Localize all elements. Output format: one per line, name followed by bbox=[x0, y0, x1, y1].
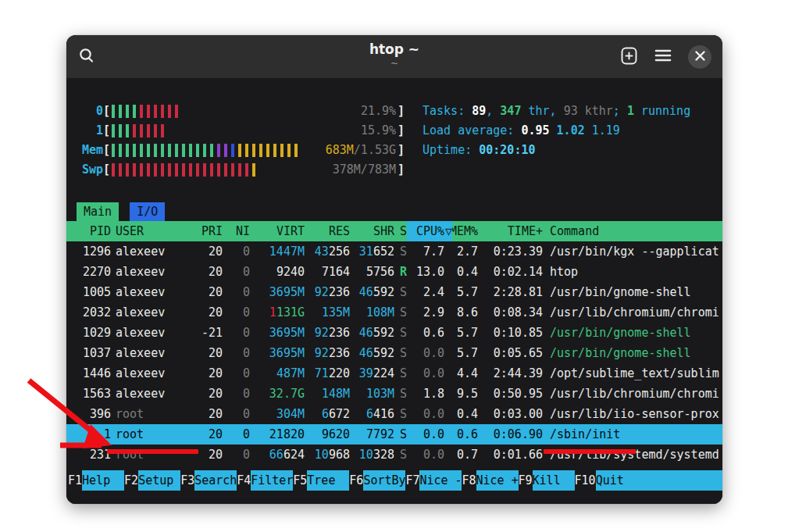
meter-bar bbox=[182, 163, 185, 177]
meter-bar bbox=[112, 163, 115, 177]
process-row[interactable]: 2270alexeev200924071645756R13.00.40:02.1… bbox=[66, 262, 722, 282]
cell-virt: 3695M bbox=[250, 282, 305, 302]
fn-nice-plus-key: F8 bbox=[462, 470, 476, 491]
cell-user: root bbox=[116, 445, 191, 465]
cell-res: 43256 bbox=[305, 241, 350, 262]
fn-kill[interactable]: F9Kill bbox=[519, 470, 575, 491]
meter-bar bbox=[126, 163, 129, 177]
column-header-time[interactable]: TIME+ bbox=[478, 221, 543, 241]
column-header-s[interactable]: S bbox=[394, 221, 407, 241]
process-row[interactable]: 1005alexeev2003695M9223646592S2.45.72:28… bbox=[66, 282, 722, 302]
fn-kill-label: Kill bbox=[533, 470, 575, 491]
cell-pid: 396 bbox=[77, 404, 111, 424]
close-button[interactable] bbox=[688, 45, 711, 69]
cell-pid: 1 bbox=[77, 424, 111, 445]
fn-search-key: F3 bbox=[180, 470, 194, 491]
process-row[interactable]: 396root200304M66726416S0.00.40:03.00/usr… bbox=[66, 404, 722, 424]
column-header-ni[interactable]: NI bbox=[223, 221, 250, 241]
cell-virt: 9240 bbox=[250, 262, 305, 282]
meter-bar bbox=[168, 144, 171, 157]
menu-button[interactable] bbox=[654, 48, 672, 65]
meter-open-bracket: [ bbox=[103, 143, 110, 157]
meter-memory-bars bbox=[112, 144, 298, 157]
process-row[interactable]: 1563alexeev20032.7G148M103MS1.89.50:50.9… bbox=[66, 384, 722, 404]
cell-time: 0:05.65 bbox=[478, 343, 543, 363]
column-header-cpu[interactable]: CPU%▽ bbox=[407, 221, 444, 241]
cell-cmd: /usr/lib/chromium/chromi bbox=[550, 302, 722, 323]
meter-close-bracket: ] bbox=[398, 162, 405, 177]
meter-bar bbox=[287, 144, 291, 157]
fn-search[interactable]: F3Search bbox=[180, 470, 237, 491]
cell-ni: 0 bbox=[223, 445, 250, 465]
process-row[interactable]: 1037alexeev2003695M9223646592S0.05.70:05… bbox=[66, 343, 722, 363]
fn-sortby-label: SortBy bbox=[363, 470, 405, 491]
column-header-user[interactable]: USER bbox=[116, 221, 191, 241]
cell-ni: 0 bbox=[223, 241, 250, 262]
meter-bar bbox=[154, 163, 157, 177]
cell-shr: 46592 bbox=[350, 323, 394, 343]
cell-cmd: /usr/bin/gnome-shell bbox=[550, 343, 722, 363]
cell-pri: 20 bbox=[191, 262, 223, 282]
meter-close-bracket: ] bbox=[398, 123, 405, 137]
tab-main[interactable]: Main bbox=[77, 202, 119, 221]
column-header-res[interactable]: RES bbox=[305, 221, 350, 241]
cell-res: 6672 bbox=[305, 404, 350, 424]
fn-nice-minus[interactable]: F7Nice - bbox=[405, 470, 462, 491]
fn-setup[interactable]: F2Setup bbox=[124, 470, 180, 491]
uptime-line: Uptime: 00:20:10 bbox=[423, 141, 690, 160]
cell-pri: 20 bbox=[191, 363, 223, 384]
cell-virt: 304M bbox=[250, 404, 305, 424]
new-tab-button[interactable] bbox=[620, 47, 638, 67]
column-header-cmd[interactable]: Command bbox=[550, 221, 722, 241]
cell-shr: 31652 bbox=[350, 241, 394, 262]
meter-bar bbox=[245, 163, 248, 177]
process-row[interactable]: 1029alexeev-2103695M9223646592S0.65.70:1… bbox=[66, 323, 722, 343]
meter-bar bbox=[224, 144, 227, 157]
process-row[interactable]: 1446alexeev200487M7122039224S0.04.42:44.… bbox=[66, 363, 722, 384]
column-header-shr[interactable]: SHR bbox=[350, 221, 394, 241]
meter-bar bbox=[175, 144, 178, 157]
new-tab-icon bbox=[620, 47, 638, 67]
fn-filter[interactable]: F4Filter bbox=[237, 470, 293, 491]
meter-open-bracket: [ bbox=[103, 162, 110, 177]
meter-bar bbox=[147, 144, 150, 157]
cell-cmd: /usr/lib/systemd/systemd bbox=[550, 445, 722, 465]
meter-bar bbox=[133, 105, 136, 118]
cell-res: 92236 bbox=[305, 282, 350, 302]
process-row-selected[interactable]: 1root2002182096207792S0.00.60:06.90/sbin… bbox=[66, 424, 722, 445]
meter-memory-label: Mem bbox=[77, 141, 103, 160]
meter-bar bbox=[217, 163, 220, 177]
meter-cpu-1: 1[15.9%] bbox=[77, 121, 415, 141]
cell-s: S bbox=[394, 404, 407, 424]
meter-bar bbox=[147, 124, 150, 137]
cell-cpu: 2.9 bbox=[407, 302, 444, 323]
fn-nice-plus[interactable]: F8Nice + bbox=[462, 470, 518, 491]
cell-cmd: /usr/lib/chromium/chromi bbox=[550, 384, 722, 404]
fn-quit[interactable]: F10Quit bbox=[575, 470, 722, 491]
process-row[interactable]: 2032alexeev2001131G135M108MS2.98.60:08.3… bbox=[66, 302, 722, 323]
meter-bar bbox=[231, 163, 234, 177]
tab-io[interactable]: I/O bbox=[130, 202, 165, 221]
meter-bar bbox=[182, 144, 185, 157]
column-header-virt[interactable]: VIRT bbox=[250, 221, 305, 241]
column-header-pid[interactable]: PID bbox=[77, 221, 111, 241]
search-button[interactable] bbox=[77, 46, 96, 67]
fn-help[interactable]: F1Help bbox=[68, 470, 124, 491]
fn-setup-key: F2 bbox=[124, 470, 138, 491]
hamburger-menu-icon bbox=[654, 48, 672, 65]
cell-cpu: 0.0 bbox=[407, 404, 444, 424]
cell-pri: 20 bbox=[191, 424, 223, 445]
cell-mem: 5.7 bbox=[444, 323, 478, 343]
fn-sortby[interactable]: F6SortBy bbox=[349, 470, 405, 491]
process-row[interactable]: 1296alexeev2001447M4325631652S7.72.70:23… bbox=[66, 241, 722, 262]
cell-mem: 0.4 bbox=[444, 404, 478, 424]
cell-pid: 1296 bbox=[77, 241, 111, 262]
process-row[interactable]: 231root200666241096810328S0.00.70:01.66/… bbox=[66, 445, 722, 465]
cell-user: alexeev bbox=[116, 302, 191, 323]
fn-tree[interactable]: F5Tree bbox=[293, 470, 349, 491]
column-header-pri[interactable]: PRI bbox=[191, 221, 223, 241]
cell-shr: 39224 bbox=[350, 363, 394, 384]
meter-open-bracket: [ bbox=[103, 104, 110, 118]
meter-cpu-0: 0[21.9%] bbox=[77, 102, 415, 121]
cell-ni: 0 bbox=[223, 384, 250, 404]
